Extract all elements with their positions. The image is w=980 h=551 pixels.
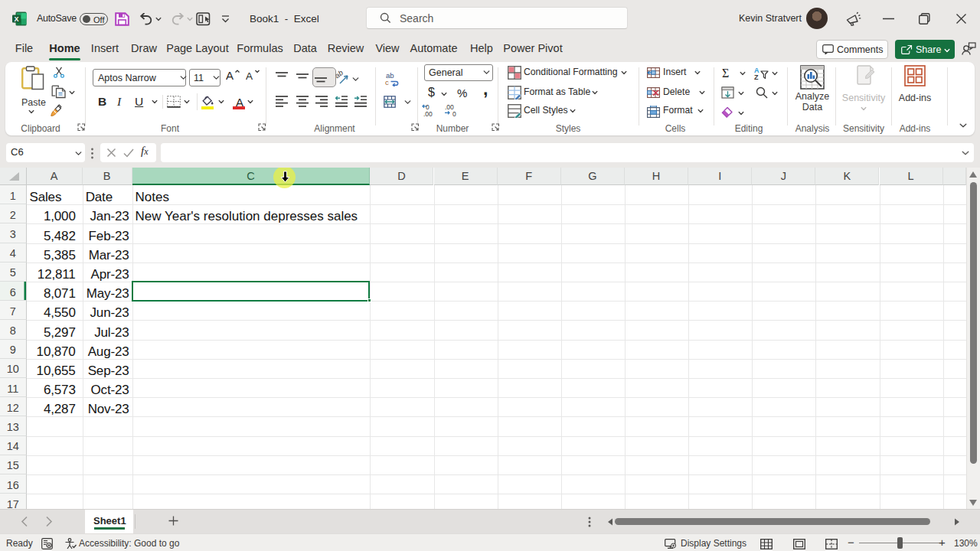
svg-text:Σ: Σ <box>722 67 729 79</box>
svg-text:c: c <box>385 78 389 86</box>
svg-text:Z: Z <box>754 73 759 80</box>
svg-text:A: A <box>246 70 253 81</box>
svg-text:0: 0 <box>452 110 456 117</box>
svg-text:.00: .00 <box>423 110 433 117</box>
svg-text:A: A <box>226 69 234 80</box>
svg-text:X: X <box>14 15 18 23</box>
svg-text:ab: ab <box>335 70 345 80</box>
